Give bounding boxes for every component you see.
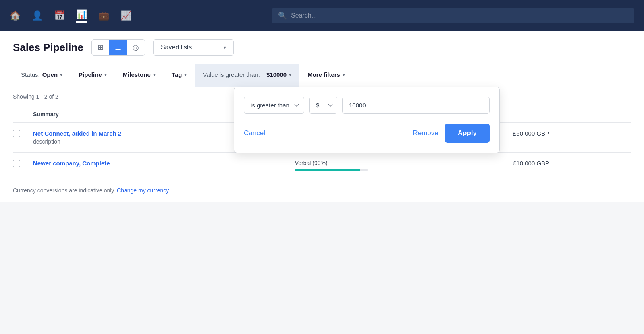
more-filters[interactable]: More filters ▾ (299, 64, 353, 87)
top-navigation: 🏠 👤 📅 📊 💼 📈 🔍 (0, 0, 644, 31)
status-filter[interactable]: Status: Open ▾ (13, 64, 71, 87)
col-check (13, 106, 33, 123)
currency-select[interactable]: $ £ € (309, 97, 337, 114)
saved-lists-dropdown[interactable]: Saved lists ▾ (153, 39, 234, 56)
condition-select[interactable]: is greater than is less than is equal to… (244, 97, 304, 114)
more-filters-chevron-icon: ▾ (343, 72, 345, 78)
filter-popup-actions: Cancel Remove Apply (244, 124, 490, 143)
footer-text: Currency conversions are indicative only… (13, 187, 115, 194)
chart-icon[interactable]: 📊 (76, 9, 87, 23)
value-filter-value: $10000 (266, 71, 287, 78)
pipeline-filter[interactable]: Pipeline ▾ (71, 64, 115, 87)
remove-button[interactable]: Remove (413, 129, 438, 137)
pipeline-chevron-icon: ▾ (104, 72, 107, 78)
row-value-cell: £10,000 GBP (513, 153, 631, 179)
trend-icon[interactable]: 📈 (120, 10, 131, 21)
progress-bar-fill (295, 169, 360, 171)
status-chevron-icon: ▾ (60, 72, 62, 78)
page-header: Sales Pipeline ⊞ ☰ ◎ Saved lists ▾ (0, 31, 644, 64)
action-right-group: Remove Apply (413, 124, 490, 143)
footer-note: Currency conversions are indicative only… (0, 179, 644, 202)
row-checkbox-cell (13, 123, 33, 153)
tag-filter-label: Tag (172, 71, 182, 78)
row-summary-cell: Newer company, Complete (33, 153, 295, 179)
tag-filter[interactable]: Tag ▾ (164, 64, 195, 87)
milestone-filter[interactable]: Milestone ▾ (115, 64, 164, 87)
col-value (513, 106, 631, 123)
tag-chevron-icon: ▾ (184, 72, 187, 78)
search-input[interactable] (291, 12, 628, 19)
briefcase-icon[interactable]: 💼 (98, 10, 109, 21)
row-checkbox[interactable] (13, 160, 20, 167)
search-icon: 🔍 (278, 11, 287, 20)
row-checkbox-cell (13, 153, 33, 179)
gauge-view-button[interactable]: ◎ (127, 40, 145, 55)
filter-bar: Status: Open ▾ Pipeline ▾ Milestone ▾ Ta… (0, 64, 644, 87)
row-checkbox[interactable] (13, 130, 20, 137)
kanban-view-button[interactable]: ⊞ (92, 40, 109, 55)
status-filter-label: Status: (21, 71, 40, 78)
change-currency-link[interactable]: Change my currency (117, 187, 169, 194)
status-filter-value: Open (42, 71, 58, 78)
deal-value: £10,000 GBP (513, 160, 549, 167)
pipeline-filter-label: Pipeline (79, 71, 102, 78)
saved-lists-label: Saved lists (161, 44, 192, 51)
cancel-button[interactable]: Cancel (244, 129, 265, 137)
home-icon[interactable]: 🏠 (10, 10, 21, 21)
search-bar: 🔍 (272, 8, 634, 23)
filter-popup-row: is greater than is less than is equal to… (244, 97, 490, 114)
list-view-button[interactable]: ☰ (109, 40, 127, 55)
value-filter-label: Value is greater than: (203, 71, 260, 78)
page-title: Sales Pipeline (13, 41, 83, 54)
progress-bar-wrap (295, 169, 368, 171)
view-toggle-group: ⊞ ☰ ◎ (91, 39, 145, 56)
apply-button[interactable]: Apply (445, 124, 490, 143)
calendar-icon[interactable]: 📅 (54, 10, 65, 21)
deal-name[interactable]: Newer company, Complete (33, 160, 289, 167)
value-filter[interactable]: Value is greater than: $10000 ▾ (195, 64, 299, 87)
row-value-cell: £50,000 GBP (513, 123, 631, 153)
value-input[interactable] (342, 97, 490, 114)
more-filters-label: More filters (307, 71, 340, 78)
milestone-chevron-icon: ▾ (153, 72, 156, 78)
milestone-filter-label: Milestone (123, 71, 151, 78)
value-chevron-icon: ▾ (289, 72, 291, 78)
person-icon[interactable]: 👤 (32, 10, 43, 21)
deal-value: £50,000 GBP (513, 130, 549, 137)
filter-popup: is greater than is less than is equal to… (234, 87, 500, 153)
chevron-down-icon: ▾ (224, 45, 226, 50)
milestone-name: Verbal (90%) (295, 160, 507, 166)
row-milestone-cell: Verbal (90%) (295, 153, 513, 179)
table-row: Newer company, Complete Verbal (90%) £10… (13, 153, 631, 179)
